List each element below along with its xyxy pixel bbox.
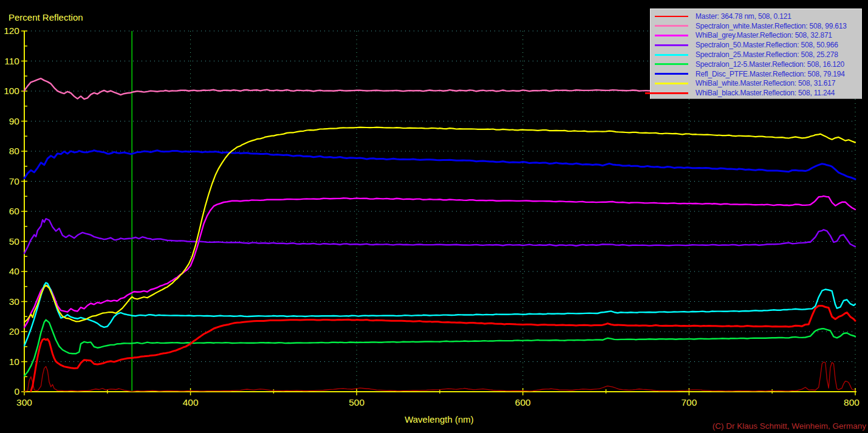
- series-WhiBal_grey: [24, 196, 855, 327]
- legend-item: Spectralon_50.Master.Reflection: 508, 50…: [651, 40, 861, 50]
- y-tick-label: 100: [4, 86, 19, 96]
- legend-item-label: Refl_Disc_PTFE.Master.Reflection: 508, 7…: [695, 70, 845, 78]
- legend-line-swatch-icon: [655, 44, 688, 46]
- y-tick-label: 120: [4, 26, 19, 36]
- series-Spectralon_50: [24, 219, 855, 253]
- x-tick-label: 300: [16, 397, 32, 407]
- series-Spectralon_12-5: [24, 320, 855, 376]
- legend-line-swatch-icon: [655, 73, 688, 75]
- legend-panel[interactable]: Master: 364.78 nm, 508, 0.121Spectralon_…: [650, 9, 862, 99]
- series-Refl_Disc_PTFE: [24, 151, 855, 179]
- legend-line-swatch-icon: [645, 92, 688, 94]
- y-tick-label: 110: [4, 56, 19, 66]
- legend-item: Spectralon_12-5.Master.Reflection: 508, …: [651, 60, 861, 69]
- legend-item-label: WhiBal_white.Master.Reflection: 508, 31.…: [695, 79, 835, 87]
- legend-item: WhiBal_white.Master.Reflection: 508, 31.…: [651, 79, 861, 89]
- y-tick-label: 90: [9, 116, 20, 126]
- x-tick-label: 700: [681, 397, 697, 407]
- legend-item-label: WhiBal_grey.Master.Reflection: 508, 32.8…: [695, 31, 832, 39]
- y-tick-label: 70: [9, 176, 20, 186]
- legend-line-swatch-icon: [655, 83, 688, 84]
- legend-line-swatch-icon: [655, 63, 688, 65]
- y-tick-label: 0: [14, 386, 19, 397]
- x-tick-label: 800: [844, 397, 859, 407]
- series-Spectralon_25: [24, 283, 855, 346]
- copyright-text: (C) Dr Klaus Schmitt, Weinheim, Germany: [713, 421, 866, 431]
- legend-item-label: Master: 364.78 nm, 508, 0.121: [695, 12, 791, 21]
- legend-item-label: Spectralon_50.Master.Reflection: 508, 50…: [695, 41, 838, 49]
- x-tick-label: 600: [515, 397, 531, 407]
- curves-layer: [24, 78, 855, 391]
- legend-item: WhiBal_grey.Master.Reflection: 508, 32.8…: [651, 31, 861, 41]
- y-tick-label: 30: [9, 296, 20, 307]
- legend-item: Refl_Disc_PTFE.Master.Reflection: 508, 7…: [651, 69, 861, 79]
- legend-line-swatch-icon: [655, 25, 688, 27]
- legend-item: Spectralon_white.Master.Reflection: 508,…: [651, 21, 861, 31]
- spectrometer-app-canvas: 0102030405060708090100110120300400500600…: [0, 0, 868, 433]
- legend-item-label: Spectralon_white.Master.Reflection: 508,…: [695, 22, 847, 30]
- y-tick-label: 80: [9, 146, 20, 156]
- y-tick-label: 20: [9, 326, 20, 336]
- y-axis-title: Percent Reflection: [9, 12, 83, 22]
- y-tick-label: 40: [9, 266, 20, 276]
- legend-item: WhiBal_black.Master.Reflection: 508, 11.…: [651, 88, 861, 98]
- series-WhiBal_white: [24, 128, 855, 322]
- x-tick-label: 400: [183, 397, 199, 407]
- legend-item: Master: 364.78 nm, 508, 0.121: [651, 12, 861, 21]
- legend-item-label: Spectralon_12-5.Master.Reflection: 508, …: [695, 60, 844, 69]
- y-tick-label: 60: [9, 206, 20, 216]
- legend-line-swatch-icon: [655, 35, 688, 36]
- legend-item-label: Spectralon_25.Master.Reflection: 508, 25…: [695, 50, 838, 59]
- y-tick-label: 50: [9, 236, 20, 247]
- series-WhiBal_black: [31, 305, 855, 390]
- legend-line-swatch-icon: [655, 16, 688, 17]
- y-tick-label: 10: [9, 356, 20, 367]
- series-Master: [24, 362, 855, 391]
- x-tick-label: 500: [349, 397, 364, 407]
- legend-item-label: WhiBal_black.Master.Reflection: 508, 11.…: [695, 89, 835, 97]
- legend-line-swatch-icon: [655, 54, 688, 56]
- legend-item: Spectralon_25.Master.Reflection: 508, 25…: [651, 50, 861, 60]
